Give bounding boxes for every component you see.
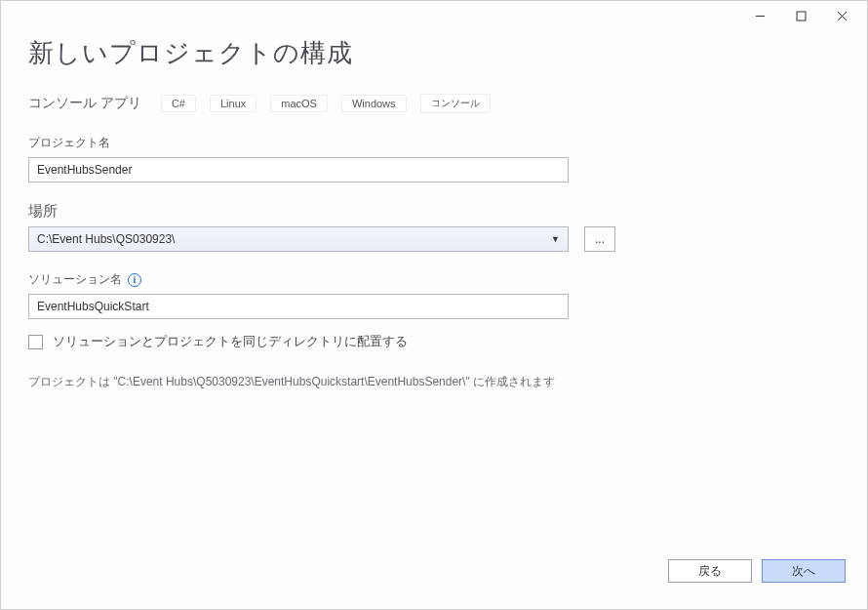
page-title: 新しいプロジェクトの構成 [28, 36, 840, 70]
close-icon [837, 11, 848, 21]
project-name-label: プロジェクト名 [28, 135, 840, 151]
solution-name-input[interactable] [28, 294, 569, 319]
template-tag: macOS [270, 95, 328, 112]
template-tag: Linux [210, 95, 256, 112]
solution-name-label-text: ソリューション名 [28, 271, 122, 288]
maximize-icon [796, 11, 807, 21]
svg-rect-1 [797, 12, 806, 20]
same-directory-label: ソリューションとプロジェクトを同じディレクトリに配置する [53, 333, 408, 350]
maximize-button[interactable] [781, 3, 820, 28]
window-titlebar [1, 1, 867, 30]
template-row: コンソール アプリ C# Linux macOS Windows コンソール [28, 94, 840, 113]
chevron-down-icon: ▼ [551, 234, 560, 244]
location-value: C:\Event Hubs\QS030923\ [37, 232, 175, 246]
back-button[interactable]: 戻る [668, 559, 752, 583]
solution-name-label: ソリューション名 i [28, 271, 840, 288]
template-tag: Windows [341, 95, 407, 112]
project-name-input[interactable] [28, 157, 569, 183]
minimize-button[interactable] [740, 3, 779, 28]
footer: 戻る 次へ [1, 550, 867, 609]
same-directory-row: ソリューションとプロジェクトを同じディレクトリに配置する [28, 333, 840, 350]
close-button[interactable] [822, 3, 861, 28]
same-directory-checkbox[interactable] [28, 335, 43, 349]
info-icon[interactable]: i [128, 273, 141, 287]
browse-button[interactable]: ... [584, 226, 615, 252]
template-tag: コンソール [420, 94, 491, 113]
new-project-config-window: 新しいプロジェクトの構成 コンソール アプリ C# Linux macOS Wi… [0, 0, 868, 610]
location-row: C:\Event Hubs\QS030923\ ▼ ... [28, 226, 840, 252]
location-label: 場所 [28, 202, 840, 221]
next-button[interactable]: 次へ [762, 559, 846, 583]
minimize-icon [755, 11, 766, 21]
content-area: 新しいプロジェクトの構成 コンソール アプリ C# Linux macOS Wi… [1, 30, 867, 550]
creation-path-note: プロジェクトは "C:\Event Hubs\Q5030923\EventHub… [28, 374, 840, 390]
location-dropdown[interactable]: C:\Event Hubs\QS030923\ ▼ [28, 226, 569, 252]
template-name: コンソール アプリ [28, 95, 141, 112]
template-tag: C# [161, 95, 196, 112]
